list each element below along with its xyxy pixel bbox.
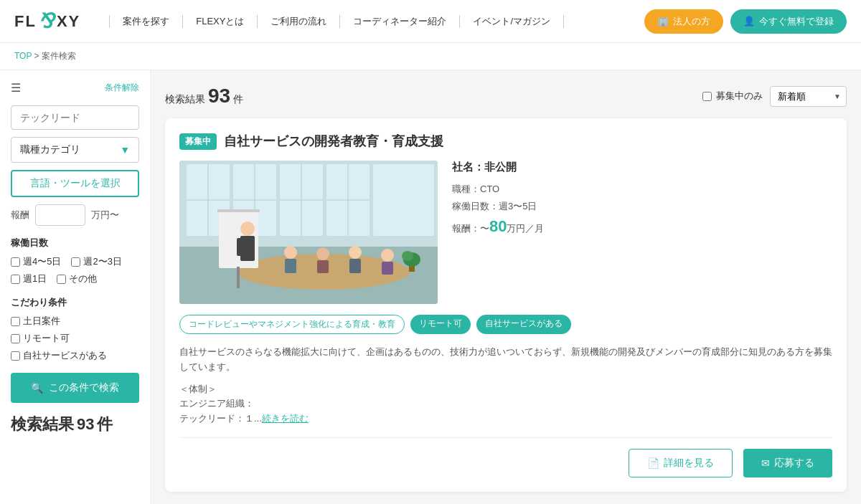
job-salary: 報酬：〜80万円／月 [452,217,832,236]
breadcrumb-top-link[interactable]: TOP [14,51,32,61]
sidebar: ☰ 条件解除 職種カテゴリ ▼ 言語・ツールを選択 報酬 万円〜 稼働日数 週4… [0,70,151,504]
structure-label: ＜体制＞ [179,384,217,394]
breadcrumb: TOP > 案件検索 [0,43,861,70]
job-image [179,161,438,304]
svg-rect-20 [237,267,240,288]
work-days-row-2: 週1日 その他 [11,272,139,285]
checkbox-weekend-label: 土日案件 [23,315,60,328]
checkbox-other[interactable]: その他 [57,272,97,285]
checkbox-weekend[interactable]: 土日案件 [11,315,60,328]
salary-suffix: 万円／月 [507,223,544,234]
checkbox-week23-input[interactable] [71,257,80,267]
corporate-button[interactable]: 🏢 法人の方 [644,9,723,34]
nav-item-cases[interactable]: 案件を探す [109,15,183,28]
svg-point-29 [349,246,362,259]
svg-point-21 [240,222,255,236]
category-select[interactable]: 職種カテゴリ ▼ [11,137,139,163]
job-tags: コードレビューやマネジメント強化による育成・教育 リモート可 自社サービスがある [179,315,832,334]
checkbox-week1[interactable]: 週1日 [11,272,47,285]
apply-button[interactable]: ✉ 応募する [743,449,832,477]
job-description: 自社サービスのさらなる機能拡大に向けて、企画はあるものの、技術力が追いついておら… [179,345,832,375]
recruiting-badge: 募集中 [179,133,217,150]
sort-wrapper: 新着順 報酬順 稼働日数順 [770,86,847,107]
main-content: 検索結果 93 件 募集中のみ 新着順 報酬順 稼働日数順 [151,70,861,504]
svg-rect-26 [285,259,296,273]
register-button-label: 今すぐ無料で登録 [759,15,834,28]
tag-remote: リモート可 [410,315,471,334]
checkbox-own-service[interactable]: 自社サービスがある [11,349,107,362]
job-work-days: 稼働日数：週3〜5日 [452,200,832,213]
results-unit: 件 [233,93,243,105]
checkbox-week45-input[interactable] [11,257,20,267]
nav-item-events[interactable]: イベント/マガジン [460,15,564,28]
breadcrumb-current: 案件検索 [42,51,76,61]
search-button[interactable]: 🔍 この条件で検索 [11,373,139,403]
clear-conditions-button[interactable]: 条件解除 [105,82,139,94]
recruiting-only-checkbox[interactable] [702,92,712,101]
recruiting-only-label[interactable]: 募集中のみ [702,90,763,103]
job-card-header: 募集中 自社サービスの開発者教育・育成支援 [179,133,832,150]
nav-item-flow[interactable]: ご利用の流れ [258,15,340,28]
detail-button-label: 詳細を見る [664,457,714,470]
corporate-button-label: 法人の方 [673,15,710,28]
logo: FL⅋XY [14,9,80,33]
work-days-row-1: 週4〜5日 週2〜3日 [11,255,139,268]
detail-button[interactable]: 📄 詳細を見る [629,449,733,477]
salary-label: 報酬 [11,209,29,222]
checkbox-weekend-input[interactable] [11,317,20,326]
tech-lead-count: テックリード：１... [179,413,262,424]
checkbox-week1-input[interactable] [11,275,20,284]
svg-rect-19 [217,209,260,212]
person-icon: 👤 [743,16,755,27]
meeting-illustration [179,161,438,304]
sidebar-results-number: 93 [77,415,94,433]
svg-rect-30 [349,259,361,273]
svg-rect-32 [382,262,393,275]
lang-tool-button[interactable]: 言語・ツールを選択 [11,170,139,197]
main-nav: 案件を探す FLEXYとは ご利用の流れ コーディネーター紹介 イベント/マガジ… [109,15,644,28]
checkbox-remote[interactable]: リモート可 [11,332,70,345]
engineer-org: エンジニア組織： [179,398,254,409]
building-icon: 🏢 [657,16,669,27]
nav-item-about[interactable]: FLEXYとは [183,15,258,28]
checkbox-week45-label: 週4〜5日 [23,255,61,268]
checkbox-remote-label: リモート可 [23,332,70,345]
sort-select[interactable]: 新着順 報酬順 稼働日数順 [770,86,847,107]
sidebar-filter-header: ☰ 条件解除 [11,81,139,95]
job-card-body: 社名：非公開 職種：CTO 稼働日数：週3〜5日 報酬：〜80万円／月 [179,161,832,304]
conditions-title: こだわり条件 [11,296,139,309]
checkbox-own-service-input[interactable] [11,351,20,361]
svg-point-27 [316,247,329,260]
salary-unit: 万円〜 [91,209,119,222]
read-more-link[interactable]: 続きを読む [262,413,309,424]
job-info: 社名：非公開 職種：CTO 稼働日数：週3〜5日 報酬：〜80万円／月 [452,161,832,304]
job-card: 募集中 自社サービスの開発者教育・育成支援 [165,118,847,492]
checkbox-week23-label: 週2〜3日 [83,255,121,268]
sidebar-results-count: 検索結果 93 件 [11,414,139,435]
keyword-input[interactable] [11,105,139,130]
nav-item-coordinator[interactable]: コーディネーター紹介 [340,15,460,28]
search-icon: 🔍 [31,382,43,394]
salary-input[interactable] [35,204,85,226]
work-days-checkboxes: 週4〜5日 週2〜3日 週1日 その他 [11,255,139,285]
checkbox-remote-input[interactable] [11,334,20,343]
checkbox-week23[interactable]: 週2〜3日 [71,255,121,268]
header-buttons: 🏢 法人の方 👤 今すぐ無料で登録 [644,9,847,34]
recruiting-only-text: 募集中のみ [716,90,763,103]
content-header: 検索結果 93 件 募集中のみ 新着順 報酬順 稼働日数順 [165,85,847,108]
salary-number: 80 [489,217,507,235]
filter-icon[interactable]: ☰ [11,81,21,95]
job-detail-text: ＜体制＞ エンジニア組織： テックリード：１...続きを読む [179,382,832,427]
sidebar-results-unit: 件 [97,415,113,433]
job-card-footer: 📄 詳細を見る ✉ 応募する [179,437,832,477]
condition-row-2: リモート可 [11,332,139,345]
search-button-label: この条件で検索 [49,381,119,394]
condition-row-3: 自社サービスがある [11,349,139,362]
tag-own-service: 自社サービスがある [476,315,571,334]
results-label: 検索結果 [165,93,205,105]
checkbox-week45[interactable]: 週4〜5日 [11,255,61,268]
checkbox-other-input[interactable] [57,275,66,284]
apply-button-label: 応募する [774,457,814,470]
salary-row: 報酬 万円〜 [11,204,139,226]
register-button[interactable]: 👤 今すぐ無料で登録 [730,9,847,34]
